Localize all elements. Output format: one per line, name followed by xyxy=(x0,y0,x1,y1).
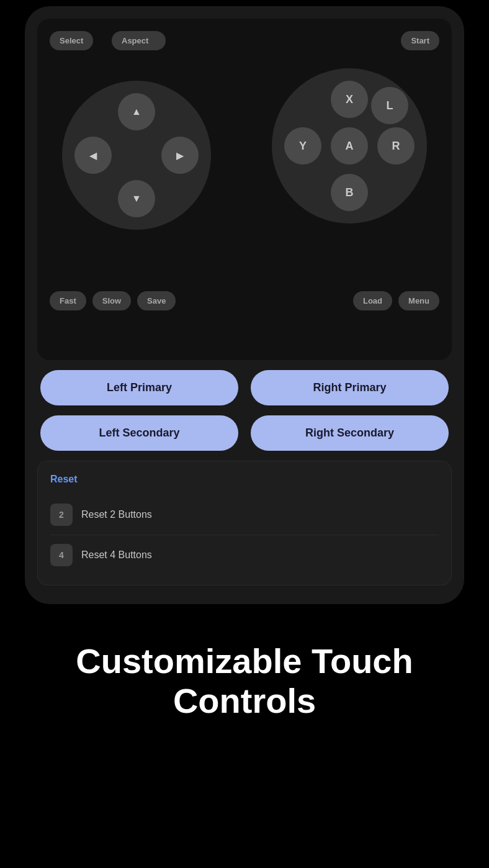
reset-title: Reset xyxy=(50,474,439,485)
reset-section: Reset 2 Reset 2 Buttons 4 Reset 4 Button… xyxy=(37,461,452,585)
save-button[interactable]: Save xyxy=(137,291,176,310)
face-x-button[interactable]: X xyxy=(331,81,368,118)
dpad: ▲ ▼ ◀ ▶ xyxy=(74,93,199,217)
primary-buttons-row: Left Primary Right Primary xyxy=(37,370,452,405)
dpad-up-button[interactable]: ▲ xyxy=(118,93,155,130)
load-button[interactable]: Load xyxy=(353,291,392,310)
face-l-button[interactable]: L xyxy=(371,87,408,124)
dpad-down-button[interactable]: ▼ xyxy=(118,180,155,217)
reset-4-buttons-item[interactable]: 4 Reset 4 Buttons xyxy=(50,538,439,572)
menu-button[interactable]: Menu xyxy=(398,291,439,310)
slow-button[interactable]: Slow xyxy=(92,291,131,310)
controller-area: Select Layer2 Aspect ▲ ▼ ◀ ▶ Fast Slow S… xyxy=(37,19,452,360)
bottom-buttons-right: Load Menu xyxy=(353,291,439,310)
face-buttons: X L Y A R B xyxy=(284,81,415,211)
right-primary-button[interactable]: Right Primary xyxy=(251,370,449,405)
reset-2-icon: 2 xyxy=(50,504,73,526)
face-y-button[interactable]: Y xyxy=(284,127,321,165)
left-primary-button[interactable]: Left Primary xyxy=(40,370,238,405)
reset-4-label: Reset 4 Buttons xyxy=(81,549,152,561)
main-title: Customizable Touch Controls xyxy=(25,641,464,721)
left-secondary-button[interactable]: Left Secondary xyxy=(40,415,238,451)
aspect-button[interactable]: Aspect xyxy=(112,31,158,50)
face-buttons-container: X L Y A R B xyxy=(272,68,427,224)
bottom-text-area: Customizable Touch Controls xyxy=(0,604,489,759)
dpad-right-button[interactable]: ▶ xyxy=(161,137,199,174)
face-b-button[interactable]: B xyxy=(331,174,368,211)
phone-wrapper: Select Layer2 Aspect ▲ ▼ ◀ ▶ Fast Slow S… xyxy=(0,0,489,604)
right-secondary-button[interactable]: Right Secondary xyxy=(251,415,449,451)
fast-button[interactable]: Fast xyxy=(50,291,86,310)
reset-2-buttons-item[interactable]: 2 Reset 2 Buttons xyxy=(50,497,439,532)
left-side: Select Layer2 Aspect ▲ ▼ ◀ ▶ Fast Slow S… xyxy=(50,31,236,348)
reset-4-icon: 4 xyxy=(50,544,73,566)
right-side: Start X L Y A R B Load Menu xyxy=(266,31,439,348)
secondary-buttons-row: Left Secondary Right Secondary xyxy=(37,415,452,451)
dpad-container: ▲ ▼ ◀ ▶ xyxy=(62,81,211,230)
phone-screen: Select Layer2 Aspect ▲ ▼ ◀ ▶ Fast Slow S… xyxy=(25,6,464,604)
bottom-buttons-left: Fast Slow Save xyxy=(50,291,176,310)
reset-2-label: Reset 2 Buttons xyxy=(81,509,152,520)
dpad-left-button[interactable]: ◀ xyxy=(74,137,112,174)
start-button[interactable]: Start xyxy=(401,31,439,50)
face-r-button[interactable]: R xyxy=(377,127,415,165)
face-a-button[interactable]: A xyxy=(331,127,368,165)
reset-divider xyxy=(50,535,439,535)
select-button[interactable]: Select xyxy=(50,31,93,50)
